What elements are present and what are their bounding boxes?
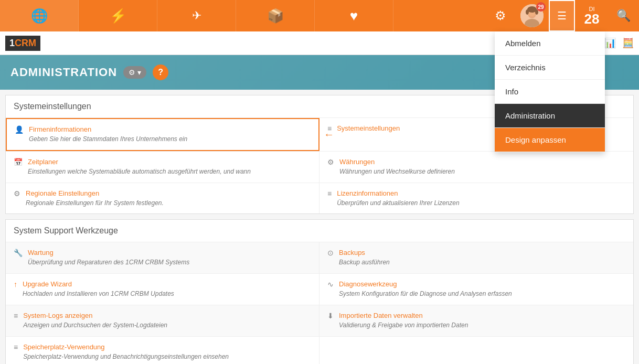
logs-cell: ≡ System-Logs anzeigen Anzeigen und Durc…	[6, 305, 320, 336]
firmeninformationen-cell: 👤 Firmeninformationen Geben Sie hier die…	[6, 118, 320, 151]
plane-icon: ✈	[192, 9, 201, 23]
avatar-button[interactable]: 29	[516, 0, 548, 31]
speicher-cell: ≡ Speicherplatz-Verwendung Speicherplatz…	[6, 337, 320, 364]
wartung-cell: 🔧 Wartung Überprüfung und Reparaturen de…	[6, 242, 320, 273]
dropdown-menu: Abmelden Verzeichnis Info Administration…	[495, 31, 605, 152]
dropdown-item-abmelden[interactable]: Abmelden	[495, 31, 605, 56]
date-num: 28	[584, 12, 600, 26]
admin-gear-dropdown-icon: ▾	[137, 68, 141, 77]
zeitplaner-desc: Einstellungen welche Systemabläufe autom…	[28, 167, 311, 176]
support-row-1: 🔧 Wartung Überprüfung und Reparaturen de…	[6, 242, 633, 274]
admin-gear-icon: ⚙	[129, 68, 135, 77]
upgrade-cell: ↑ Upgrade Wizard Hochladen und Installie…	[6, 274, 320, 305]
diagnose-link[interactable]: Diagnosewerkzeug	[339, 280, 625, 288]
backups-desc: Backup ausführen	[339, 258, 625, 267]
speicher-right-cell	[320, 337, 633, 364]
dropdown-item-verzeichnis[interactable]: Verzeichnis	[495, 56, 605, 80]
sys-row-3: ⚙ Regionale Einstellungen Regionale Eins…	[6, 183, 633, 214]
lizenz-desc: Überprüfen und aktualisieren Ihrer Lizen…	[337, 199, 625, 208]
lightning-icon: ⚡	[110, 8, 126, 24]
heart-icon: ♥	[350, 8, 358, 24]
admin-gear-button[interactable]: ⚙ ▾	[123, 66, 146, 79]
upgrade-icon: ↑	[14, 280, 17, 288]
support-header: System Support Werkzeuge	[6, 220, 633, 242]
upgrade-content: Upgrade Wizard Hochladen und Installiere…	[23, 280, 311, 298]
waehrungen-content: Währungen Währungen und Wechselkurse def…	[339, 158, 625, 176]
regionale-cell: ⚙ Regionale Einstellungen Regionale Eins…	[6, 183, 320, 214]
logs-link[interactable]: System-Logs anzeigen	[23, 312, 311, 319]
diagnose-content: Diagnosewerkzeug System Konfiguration fü…	[339, 280, 625, 298]
import-cell: ⬇ Importierte Daten verwalten Validierun…	[320, 305, 633, 336]
support-row-4: ≡ Speicherplatz-Verwendung Speicherplatz…	[6, 337, 633, 364]
firmeninformationen-content: Firmeninformationen Geben Sie hier die S…	[29, 125, 311, 144]
lizenz-cell: ≡ Lizenzinformationen Überprüfen und akt…	[320, 183, 633, 214]
import-icon: ⬇	[327, 312, 334, 320]
nav-right: ⚙ 29 ☰ DI 28	[485, 0, 639, 31]
waehrungen-desc: Währungen und Wechselkurse definieren	[339, 167, 625, 176]
wartung-content: Wartung Überprüfung und Reparaturen des …	[28, 249, 311, 267]
backups-link[interactable]: Backups	[339, 249, 625, 256]
backups-content: Backups Backup ausführen	[339, 249, 625, 267]
support-title: System Support Werkzeuge	[14, 226, 118, 235]
nav-item-globe[interactable]: 🌐	[0, 0, 79, 31]
gear-icon: ⚙	[495, 8, 506, 23]
dropdown-item-info[interactable]: Info	[495, 80, 605, 104]
regionale-desc: Regionale Einstellungen für Ihr System f…	[26, 199, 311, 208]
notification-badge: 29	[536, 2, 546, 12]
waehrungen-link[interactable]: Währungen	[339, 158, 625, 166]
diagnose-icon: ∿	[327, 280, 334, 288]
firmeninformationen-desc: Geben Sie hier die Stammdaten Ihres Unte…	[29, 135, 311, 144]
hamburger-icon: ☰	[557, 9, 567, 22]
logo[interactable]: 1 CRM	[5, 36, 40, 51]
top-nav: 🌐 ⚡ ✈ 📦 ♥ ⚙	[0, 0, 639, 31]
svg-point-5	[526, 9, 529, 15]
zeitplaner-link[interactable]: Zeitplaner	[28, 158, 311, 166]
logs-content: System-Logs anzeigen Anzeigen und Durchs…	[23, 312, 311, 330]
wartung-link[interactable]: Wartung	[28, 249, 311, 256]
zeitplaner-icon: 📅	[14, 158, 23, 166]
speicher-link[interactable]: Speicherplatz-Verwendung	[23, 343, 311, 351]
lizenz-link[interactable]: Lizenzinformationen	[337, 189, 625, 197]
search-icon: 🔍	[616, 9, 631, 23]
arrow-indicator: ←	[324, 129, 334, 141]
import-link[interactable]: Importierte Daten verwalten	[339, 312, 625, 319]
box-icon: 📦	[267, 8, 284, 24]
regionale-link[interactable]: Regionale Einstellungen	[26, 189, 311, 197]
gear-button[interactable]: ⚙	[485, 0, 516, 31]
nav-item-plane[interactable]: ✈	[157, 0, 236, 31]
calc-icon[interactable]: 🧮	[622, 37, 634, 49]
regionale-icon: ⚙	[14, 189, 20, 198]
support-section: System Support Werkzeuge 🔧 Wartung Überp…	[5, 219, 634, 364]
nav-item-box[interactable]: 📦	[236, 0, 315, 31]
zeitplaner-cell: 📅 Zeitplaner Einstellungen welche System…	[6, 152, 320, 183]
help-icon: ?	[158, 68, 163, 77]
date-display: DI 28	[576, 0, 608, 31]
speicher-content: Speicherplatz-Verwendung Speicherplatz-V…	[23, 343, 311, 361]
support-row-3: ≡ System-Logs anzeigen Anzeigen und Durc…	[6, 305, 633, 337]
hamburger-button[interactable]: ☰	[549, 0, 575, 31]
logs-icon: ≡	[14, 312, 18, 320]
import-desc: Validierung & Freigabe von importierten …	[339, 321, 625, 330]
chart-icon[interactable]: 📊	[604, 37, 616, 49]
import-content: Importierte Daten verwalten Validierung …	[339, 312, 625, 330]
speicher-icon: ≡	[14, 343, 18, 351]
upgrade-link[interactable]: Upgrade Wizard	[23, 280, 311, 288]
search-button[interactable]: 🔍	[608, 0, 639, 31]
dropdown-item-design[interactable]: Design anpassen	[495, 128, 605, 152]
lizenz-icon: ≡	[327, 189, 332, 198]
regionale-content: Regionale Einstellungen Regionale Einste…	[26, 189, 311, 208]
waehrungen-cell: ⚙ Währungen Währungen und Wechselkurse d…	[320, 152, 633, 183]
nav-item-lightning[interactable]: ⚡	[79, 0, 157, 31]
logo-1: 1	[9, 38, 15, 49]
logo-crm: CRM	[15, 38, 36, 49]
firmeninformationen-link[interactable]: Firmeninformationen	[29, 125, 311, 133]
dropdown-item-administration[interactable]: Administration	[495, 104, 605, 128]
logs-desc: Anzeigen und Durchsuchen der System-Logd…	[23, 321, 311, 330]
support-row-2: ↑ Upgrade Wizard Hochladen und Installie…	[6, 274, 633, 305]
firmeninformationen-icon: 👤	[15, 125, 24, 134]
diagnose-cell: ∿ Diagnosewerkzeug System Konfiguration …	[320, 274, 633, 305]
wartung-desc: Überprüfung und Reparaturen des 1CRM CRB…	[28, 258, 311, 267]
nav-item-heart[interactable]: ♥	[315, 0, 393, 31]
admin-help-button[interactable]: ?	[153, 65, 168, 80]
backups-cell: ⊙ Backups Backup ausführen	[320, 242, 633, 273]
